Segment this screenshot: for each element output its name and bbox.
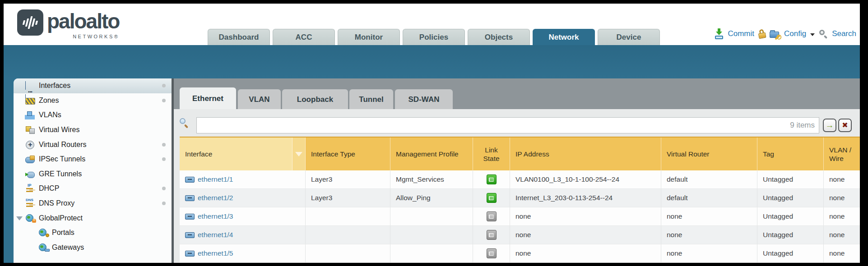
- tab-sdwan[interactable]: SD-WAN: [395, 89, 453, 109]
- mgmt-profile-cell: [390, 207, 473, 226]
- column-header-interface-type[interactable]: Interface Type: [306, 138, 390, 170]
- sidebar-item-dns-proxy[interactable]: DNS Proxy: [14, 196, 172, 211]
- sort-dropdown-button[interactable]: [292, 138, 306, 170]
- config-button[interactable]: Config: [784, 29, 806, 38]
- apply-filter-button[interactable]: →: [823, 119, 836, 132]
- interface-link[interactable]: ethernet1/5: [198, 249, 233, 257]
- mgmt-profile-cell: Allow_Ping: [390, 189, 473, 207]
- ipsec-tunnels-icon: [25, 155, 35, 163]
- link-state-down-icon: [487, 230, 497, 240]
- tab-policies[interactable]: Policies: [403, 29, 465, 45]
- sidebar-item-gateways[interactable]: Gateways: [14, 240, 172, 255]
- globalprotect-icon: [25, 214, 35, 222]
- table-row[interactable]: ethernet1/4 none none Untagged none: [180, 226, 860, 244]
- virtual-router-cell: default: [661, 170, 757, 189]
- tab-acc[interactable]: ACC: [273, 29, 335, 45]
- vlan-cell: none: [824, 244, 860, 263]
- tab-device[interactable]: Device: [598, 29, 660, 45]
- sidebar-item-interfaces[interactable]: Interfaces: [14, 78, 172, 93]
- interface-link[interactable]: ethernet1/2: [198, 194, 233, 202]
- table-row[interactable]: ethernet1/5 none none Untagged none: [180, 244, 860, 263]
- virtual-routers-icon: [25, 141, 35, 149]
- column-header-virtual-router[interactable]: Virtual Router: [661, 138, 757, 170]
- tab-monitor[interactable]: Monitor: [338, 29, 400, 45]
- sidebar-item-dhcp[interactable]: DHCP: [14, 181, 172, 196]
- link-state-up-icon: [487, 174, 497, 184]
- sidebar-item-ipsec-tunnels[interactable]: IPSec Tunnels: [14, 152, 172, 167]
- column-header-tag[interactable]: Tag: [757, 138, 824, 170]
- interface-type-cell: [306, 226, 390, 244]
- tab-vlan[interactable]: VLAN: [238, 89, 281, 109]
- chevron-down-icon[interactable]: [810, 33, 815, 36]
- interface-link[interactable]: ethernet1/1: [198, 175, 233, 183]
- tag-cell: Untagged: [757, 226, 824, 244]
- virtual-router-cell: none: [661, 226, 757, 244]
- vlans-icon: [25, 111, 35, 119]
- tab-objects[interactable]: Objects: [468, 29, 530, 45]
- table-header: Interface Interface Type Management Prof…: [180, 137, 860, 170]
- tag-cell: Untagged: [757, 244, 824, 263]
- main-content: Ethernet VLAN Loopback Tunnel SD-WAN 9 i…: [174, 78, 860, 263]
- ethernet-port-icon: [185, 232, 195, 238]
- virtual-router-cell: none: [661, 207, 757, 226]
- brand-wordmark: paloalto: [47, 9, 119, 33]
- tab-dashboard[interactable]: Dashboard: [208, 29, 270, 45]
- tab-ethernet[interactable]: Ethernet: [180, 87, 236, 109]
- link-state-down-icon: [487, 211, 497, 221]
- lock-icon[interactable]: [757, 29, 766, 39]
- virtual-router-cell: none: [661, 244, 757, 263]
- tab-tunnel[interactable]: Tunnel: [349, 89, 393, 109]
- zones-icon: [25, 96, 35, 105]
- status-dot: [162, 202, 166, 205]
- top-header: paloalto NETWORKS® Dashboard ACC Monitor…: [4, 4, 860, 45]
- sidebar-item-vlans[interactable]: VLANs: [14, 108, 172, 123]
- filter-input[interactable]: [196, 117, 819, 133]
- column-header-link-state[interactable]: Link State: [473, 138, 510, 170]
- column-header-ip-address[interactable]: IP Address: [510, 138, 661, 170]
- ip-address-cell: VLAN0100_L3_10-1-100-254--24: [510, 170, 661, 189]
- search-button[interactable]: Search: [832, 29, 856, 38]
- ip-address-cell: none: [510, 226, 661, 244]
- secondary-toolbar: ↻ ? Help: [4, 45, 860, 78]
- sidebar-item-virtual-routers[interactable]: Virtual Routers: [14, 137, 172, 152]
- ip-address-cell: none: [510, 244, 661, 263]
- column-header-management-profile[interactable]: Management Profile: [390, 138, 473, 170]
- sidebar-item-portals[interactable]: Portals: [14, 225, 172, 240]
- gre-tunnels-icon: [25, 170, 35, 178]
- ip-address-cell: none: [510, 207, 661, 226]
- status-dot: [162, 187, 166, 190]
- table-row[interactable]: ethernet1/2 Layer3 Allow_Ping Internet_L…: [180, 189, 860, 207]
- vlan-cell: none: [824, 226, 860, 244]
- interface-type-cell: Layer3: [306, 189, 390, 207]
- mgmt-profile-cell: [390, 226, 473, 244]
- sidebar-item-zones[interactable]: Zones: [14, 93, 172, 108]
- gateways-icon: [38, 243, 48, 252]
- sidebar-item-gre-tunnels[interactable]: GRE Tunnels: [14, 167, 172, 182]
- status-dot: [162, 143, 166, 147]
- tab-network[interactable]: Network: [533, 29, 595, 45]
- sidebar-nav: Interfaces Zones VLANs Virtual Wires Vir…: [14, 78, 172, 263]
- tab-loopback[interactable]: Loopback: [282, 89, 348, 109]
- portals-icon: [38, 229, 48, 237]
- paloalto-logo: paloalto NETWORKS®: [17, 9, 119, 39]
- table-row[interactable]: ethernet1/1 Layer3 Mgmt_Services VLAN010…: [180, 170, 860, 189]
- sidebar-item-virtual-wires[interactable]: Virtual Wires: [14, 123, 172, 138]
- commit-icon: [715, 28, 724, 39]
- interface-link[interactable]: ethernet1/3: [198, 212, 233, 220]
- table-row[interactable]: ethernet1/3 none none Untagged none: [180, 207, 860, 226]
- sort-triangle-icon: [295, 152, 302, 156]
- tag-cell: Untagged: [757, 189, 824, 207]
- column-header-vlan-wire[interactable]: VLAN / Wire: [824, 138, 860, 170]
- expand-triangle-icon[interactable]: [16, 216, 23, 220]
- vlan-cell: none: [824, 207, 860, 226]
- link-state-up-icon: [487, 193, 497, 203]
- column-header-interface[interactable]: Interface: [180, 138, 292, 170]
- clear-filter-button[interactable]: ✖: [838, 119, 852, 132]
- ethernet-port-icon: [185, 214, 195, 220]
- sidebar-item-globalprotect[interactable]: GlobalProtect: [14, 211, 172, 225]
- search-icon: [819, 29, 828, 38]
- interface-type-cell: [306, 244, 390, 263]
- commit-button[interactable]: Commit: [728, 29, 754, 38]
- ethernet-port-icon: [185, 195, 195, 201]
- interface-link[interactable]: ethernet1/4: [198, 231, 233, 239]
